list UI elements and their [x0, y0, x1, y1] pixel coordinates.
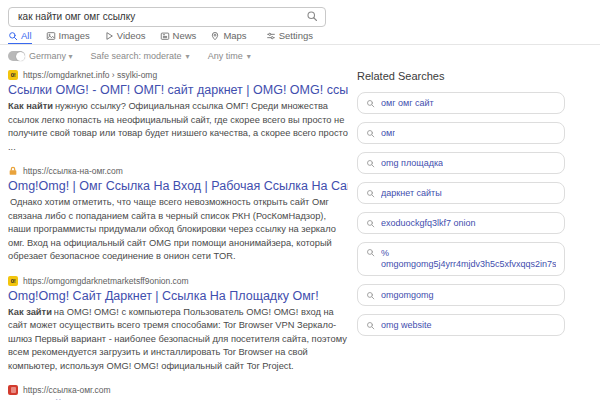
news-icon: [160, 31, 170, 41]
filter-row: Germany Safe search: moderate Any time: [8, 51, 251, 61]
search-icon: [366, 219, 375, 228]
related-search-label: даркнет сайты: [381, 188, 442, 198]
result-url-row[interactable]: https://ссылка-на-омг.com: [8, 166, 348, 176]
related-search-label: exoduockgfq3lkf7 onion: [381, 218, 476, 228]
tab-videos[interactable]: Videos: [104, 30, 146, 45]
related-search-item[interactable]: omgomgomg: [357, 284, 565, 306]
search-bar: [8, 6, 326, 27]
result-url-row[interactable]: https://ссылка-омг.com: [8, 385, 348, 395]
search-result: https://omgomgdarknetmarketsff9onion.com…: [8, 276, 348, 374]
result-url[interactable]: https://ссылка-омг.com: [23, 385, 111, 395]
result-title[interactable]: Omg!Omg! Сайт Даркнет | Ссылка На Площад…: [8, 289, 348, 303]
red-site-favicon: [8, 385, 18, 395]
lock-icon: [8, 166, 18, 176]
search-icon: [366, 321, 375, 330]
search-tab-icon: [8, 31, 18, 41]
tab-bar: All Images Videos News Maps Settings: [8, 29, 313, 45]
result-url[interactable]: https://omgdarknet.info › ssylki-omg: [23, 70, 157, 80]
result-url[interactable]: https://ссылка-на-омг.com: [23, 166, 123, 176]
related-search-label: омг омг сайт: [381, 98, 434, 108]
related-search-label: омг: [381, 128, 395, 138]
search-icon[interactable]: [306, 10, 318, 22]
result-title[interactable]: Ссылки OMG! - ОМГ! ОМГ! сайт даркнет | O…: [8, 83, 348, 97]
results-list: https://omgdarknet.info › ssylki-omg Ссы…: [8, 70, 348, 400]
tab-news-label: News: [173, 30, 197, 41]
related-searches-panel: Related Searches омг омг сайт омг omg пл…: [357, 70, 565, 344]
related-search-item[interactable]: % omgomgomg5j4yrr4mjdv3h5c5xfvxqqs2in7sm…: [357, 242, 565, 276]
play-icon: [104, 31, 114, 41]
related-search-label: % omgomgomg5j4yrr4mjdv3h5c5xfvxqqs2in7sm…: [381, 248, 556, 270]
time-filter-label: Any time: [208, 51, 243, 61]
search-result: https://omgdarknet.info › ssylki-omg Ссы…: [8, 70, 348, 154]
related-search-label: omg площадка: [381, 158, 443, 168]
tab-all[interactable]: All: [8, 30, 32, 45]
omg-favicon: [8, 70, 18, 80]
related-search-item[interactable]: даркнет сайты: [357, 182, 565, 204]
result-snippet: Как зайтина OMG! OMG! с компьютера Польз…: [8, 306, 348, 374]
result-snippet: Однако хотим отметить, что чаще всего не…: [8, 196, 348, 264]
search-icon: [366, 159, 375, 168]
result-url-row[interactable]: https://omgomgdarknetmarketsff9onion.com: [8, 276, 348, 286]
related-searches-title: Related Searches: [357, 70, 565, 82]
tab-maps-label: Maps: [223, 30, 246, 41]
result-url[interactable]: https://omgomgdarknetmarketsff9onion.com: [23, 276, 189, 286]
result-url-row[interactable]: https://omgdarknet.info › ssylki-omg: [8, 70, 348, 80]
search-icon: [366, 248, 375, 257]
result-snippet: Как найтинужную ссылку? Официальная ссыл…: [8, 100, 348, 154]
region-toggle[interactable]: [8, 51, 25, 61]
related-search-item[interactable]: омг: [357, 122, 565, 144]
search-result: https://ссылка-на-омг.com Omg!Omg! | Омг…: [8, 166, 348, 264]
search-result: https://ссылка-омг.com Omg Сайт ВХОД | С…: [8, 385, 348, 400]
search-input[interactable]: [8, 7, 326, 27]
safe-search-label: Safe search: moderate: [91, 51, 182, 61]
tab-images[interactable]: Images: [46, 30, 90, 45]
settings-label: Settings: [279, 30, 313, 41]
sliders-icon: [266, 31, 276, 41]
tab-news[interactable]: News: [160, 30, 197, 45]
related-search-item[interactable]: omg website: [357, 314, 565, 336]
tabbar-divider: [0, 44, 600, 45]
tab-videos-label: Videos: [117, 30, 146, 41]
settings-button[interactable]: Settings: [266, 30, 313, 45]
tab-all-label: All: [21, 30, 32, 41]
related-search-item[interactable]: exoduockgfq3lkf7 onion: [357, 212, 565, 234]
search-icon: [366, 99, 375, 108]
search-icon: [366, 129, 375, 138]
tab-maps[interactable]: Maps: [210, 30, 246, 45]
region-filter-label: Germany: [29, 51, 73, 61]
related-search-item[interactable]: омг омг сайт: [357, 92, 565, 114]
region-filter[interactable]: Germany: [8, 51, 73, 61]
search-icon: [366, 291, 375, 300]
tab-images-label: Images: [59, 30, 90, 41]
related-search-item[interactable]: omg площадка: [357, 152, 565, 174]
search-icon: [366, 189, 375, 198]
safe-search-filter[interactable]: Safe search: moderate: [91, 51, 190, 61]
omg-favicon: [8, 276, 18, 286]
result-title[interactable]: Omg!Omg! | Омг Ссылка На Вход | Рабочая …: [8, 179, 348, 193]
related-search-label: omgomgomg: [381, 290, 434, 300]
related-search-label: omg website: [381, 320, 432, 330]
time-filter[interactable]: Any time: [208, 51, 251, 61]
map-pin-icon: [210, 31, 220, 41]
image-icon: [46, 31, 56, 41]
search-results-page: All Images Videos News Maps Settings Ger…: [0, 0, 600, 400]
